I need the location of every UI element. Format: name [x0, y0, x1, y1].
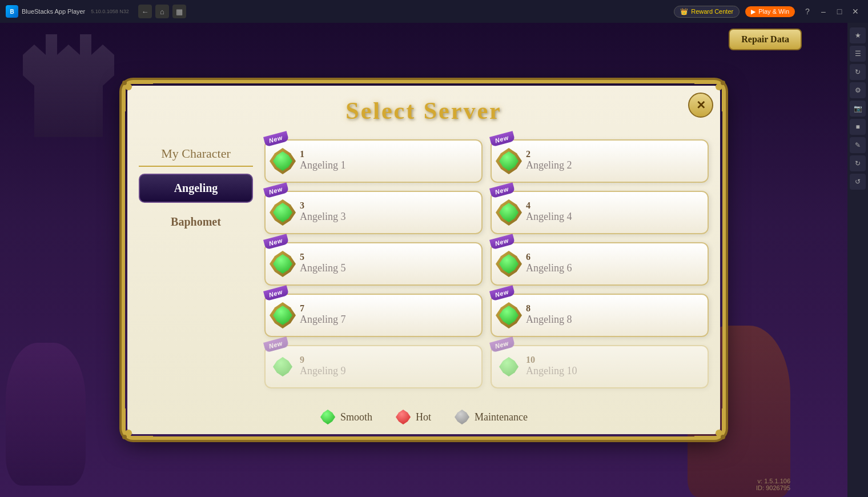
sidebar-icon-9[interactable]: ↺	[850, 174, 866, 190]
app-logo: B BlueStacks App Player 5.10.0.1058 N32	[6, 5, 129, 18]
server-item-2[interactable]: New 2 Angeling 2	[491, 139, 709, 183]
svg-point-7	[721, 435, 725, 439]
maintenance-label: Maintenance	[475, 411, 528, 423]
maintenance-gem-icon	[454, 409, 470, 425]
server-info-4: 4 Angeling 4	[526, 201, 572, 223]
dialog-title: Select Server	[127, 86, 720, 130]
sidebar-icon-8[interactable]: ↻	[850, 155, 866, 171]
server-info-7: 7 Angeling 7	[300, 304, 346, 326]
server-gem-4	[497, 201, 520, 224]
server-number-7: 7	[300, 304, 346, 313]
dialog-overlay: ✕ Select Server My Character Angeling Ba…	[0, 23, 847, 497]
reward-center-button[interactable]: 👑 Reward Center	[674, 6, 740, 18]
sidebar-icon-6[interactable]: ■	[850, 119, 866, 135]
server-gem-7	[271, 304, 294, 327]
server-gem-9	[271, 355, 294, 378]
new-badge-1: New	[263, 131, 289, 147]
legend-maintenance: Maintenance	[454, 409, 528, 425]
server-legend: Smooth Hot Maintenance	[127, 409, 720, 425]
server-name-3: Angeling 3	[300, 210, 346, 223]
server-number-6: 6	[526, 252, 572, 262]
corner-ornament-tl	[122, 80, 156, 114]
right-sidebar: ★ ☰ ↻ ⚙ 📷 ■ ✎ ↻ ↺	[847, 23, 868, 497]
server-item-1[interactable]: New 1 Angeling 1	[264, 139, 483, 183]
new-badge-9: New	[263, 336, 289, 352]
server-number-4: 4	[526, 201, 572, 210]
server-item-3[interactable]: New 3 Angeling 3	[264, 191, 483, 234]
svg-point-1	[122, 81, 127, 85]
server-name-5: Angeling 5	[300, 262, 346, 275]
server-name-1: Angeling 1	[300, 159, 346, 172]
server-number-8: 8	[526, 304, 572, 313]
sidebar-icon-5[interactable]: 📷	[850, 101, 866, 117]
back-button[interactable]: ←	[138, 5, 152, 18]
gem-shape-9	[273, 357, 292, 376]
dialog-body: My Character Angeling Baphomet New 1 Ang…	[127, 130, 720, 434]
server-gem-8	[497, 304, 520, 327]
home-button[interactable]: ⌂	[155, 5, 169, 18]
app-name: BlueStacks App Player	[22, 8, 85, 15]
server-item-10-partial[interactable]: New 10 Angeling 10	[491, 345, 709, 388]
sidebar-icon-2[interactable]: ☰	[850, 46, 866, 62]
new-badge-8: New	[489, 285, 515, 301]
crown-icon: 👑	[680, 8, 688, 15]
legend-hot: Hot	[395, 409, 431, 425]
server-name-2: Angeling 2	[526, 159, 572, 172]
server-gem-6	[497, 252, 520, 275]
play-icon: ▶	[751, 8, 756, 15]
server-item-4[interactable]: New 4 Angeling 4	[491, 191, 709, 234]
sidebar-icon-3[interactable]: ↻	[850, 64, 866, 80]
angeling-server-type-button[interactable]: Angeling	[139, 174, 253, 203]
left-panel: My Character Angeling Baphomet	[139, 136, 253, 388]
server-name-6: Angeling 6	[526, 262, 572, 275]
server-item-5[interactable]: New 5 Angeling 5	[264, 242, 483, 286]
smooth-gem-icon	[320, 409, 336, 425]
app-version: 5.10.0.1058 N32	[91, 9, 129, 14]
server-number-1: 1	[300, 150, 346, 159]
server-info-8: 8 Angeling 8	[526, 304, 572, 326]
server-name-4: Angeling 4	[526, 210, 572, 223]
my-character-label: My Character	[139, 142, 253, 167]
server-item-7[interactable]: New 7 Angeling 7	[264, 294, 483, 337]
sidebar-icon-7[interactable]: ✎	[850, 137, 866, 153]
server-item-6[interactable]: New 6 Angeling 6	[491, 242, 709, 286]
new-badge-2: New	[489, 131, 515, 147]
server-number-2: 2	[526, 150, 572, 159]
hot-gem-icon	[395, 409, 411, 425]
server-item-8[interactable]: New 8 Angeling 8	[491, 294, 709, 337]
server-gem-3	[271, 201, 294, 224]
new-badge-3: New	[263, 182, 289, 198]
server-gem-2	[497, 150, 520, 173]
play-win-button[interactable]: ▶ Play & Win	[745, 6, 795, 17]
topbar-right: 👑 Reward Center ▶ Play & Win ? – □ ✕	[674, 5, 862, 18]
server-info-3: 3 Angeling 3	[300, 201, 346, 223]
legend-smooth: Smooth	[320, 409, 372, 425]
new-badge-10: New	[489, 336, 515, 352]
server-info-6: 6 Angeling 6	[526, 252, 572, 275]
gem-shape-10	[499, 357, 519, 376]
app-icon: B	[6, 5, 18, 18]
minimize-button[interactable]: –	[817, 5, 830, 18]
server-name-7: Angeling 7	[300, 313, 346, 326]
copy-button[interactable]: ▦	[172, 5, 186, 18]
server-info-5: 5 Angeling 5	[300, 252, 346, 275]
server-list: New 1 Angeling 1 New 2 Angeling 2 New	[264, 136, 709, 388]
sidebar-icon-1[interactable]: ★	[850, 27, 866, 43]
server-gem-1	[271, 150, 294, 173]
new-badge-4: New	[489, 182, 515, 198]
server-item-9-partial[interactable]: New 9 Angeling 9	[264, 345, 483, 388]
close-window-button[interactable]: ✕	[849, 5, 862, 18]
game-area: Repair Data	[0, 23, 847, 497]
maximize-button[interactable]: □	[833, 5, 846, 18]
help-button[interactable]: ?	[801, 5, 814, 18]
topbar-nav: ← ⌂ ▦	[138, 5, 186, 18]
new-badge-7: New	[263, 285, 289, 301]
hot-label: Hot	[416, 411, 431, 423]
sidebar-icon-4[interactable]: ⚙	[850, 82, 866, 98]
server-number-3: 3	[300, 201, 346, 210]
server-gem-5	[271, 252, 294, 275]
server-gem-10	[497, 355, 520, 378]
select-server-dialog: ✕ Select Server My Character Angeling Ba…	[124, 82, 724, 438]
corner-ornament-tr	[692, 80, 726, 114]
baphomet-server-type-button[interactable]: Baphomet	[139, 207, 253, 237]
